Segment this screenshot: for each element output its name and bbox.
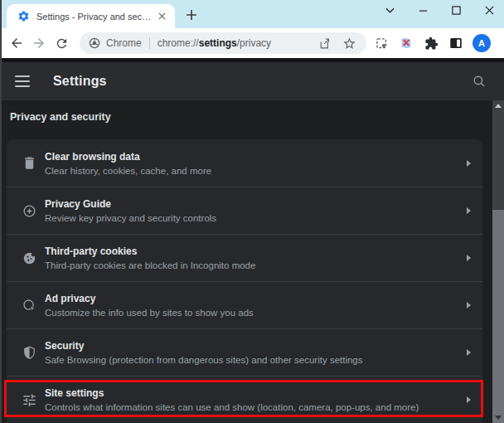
settings-header: Settings: [0, 62, 504, 100]
row-title: Security: [45, 340, 460, 352]
page-title: Settings: [53, 74, 107, 89]
tab-strip: Settings - Privacy and security: [0, 0, 504, 28]
omnibox-url: chrome://settings/privacy: [158, 37, 271, 49]
tab-close-icon[interactable]: [155, 10, 168, 23]
omnibox-separator: [149, 37, 150, 49]
window-left-edge: [0, 0, 2, 423]
browser-window: Settings - Privacy and security: [0, 0, 504, 423]
scrollbar[interactable]: [492, 100, 504, 423]
row-title: Third-party cookies: [45, 246, 460, 257]
row-clear-browsing-data[interactable]: Clear browsing data Clear history, cooki…: [7, 139, 482, 187]
ad-privacy-icon: [7, 298, 45, 314]
menu-kebab-icon[interactable]: [499, 35, 504, 51]
arrow-right-icon: [467, 396, 471, 403]
arrow-right-icon: [467, 302, 471, 309]
scrollbar-up-arrow-icon[interactable]: [495, 104, 502, 108]
browser-toolbar: Chrome chrome://settings/privacy: [0, 28, 504, 58]
minimize-icon[interactable]: [416, 3, 429, 17]
search-icon[interactable]: [472, 74, 487, 89]
tab-settings[interactable]: Settings - Privacy and security: [7, 4, 175, 28]
trash-icon: [7, 155, 45, 171]
close-window-icon[interactable]: [482, 3, 496, 17]
reload-icon[interactable]: [51, 32, 72, 54]
extensions-puzzle-icon[interactable]: [423, 35, 439, 51]
capture-extension-icon[interactable]: [373, 35, 390, 51]
row-title: Site settings: [45, 387, 460, 399]
row-site-settings[interactable]: Site settings Controls what information …: [7, 376, 482, 423]
scrollbar-thumb[interactable]: [492, 210, 504, 423]
row-title: Ad privacy: [45, 293, 460, 304]
row-subtitle: Review key privacy and security controls: [45, 213, 460, 223]
window-controls: [383, 3, 496, 17]
row-third-party-cookies[interactable]: Third-party cookies Third-party cookies …: [7, 234, 482, 281]
new-tab-button[interactable]: [184, 7, 198, 22]
arrow-right-icon: [467, 349, 471, 356]
maximize-icon[interactable]: [449, 3, 463, 17]
side-panel-icon[interactable]: [448, 35, 464, 51]
section-title: Privacy and security: [10, 111, 111, 123]
row-subtitle: Controls what information sites can use …: [45, 402, 460, 412]
arrow-right-icon: [467, 207, 471, 214]
hamburger-menu-icon[interactable]: [15, 75, 30, 87]
row-subtitle: Third-party cookies are blocked in Incog…: [45, 260, 460, 270]
toolbar-extensions-area: A: [373, 34, 504, 52]
omnibox[interactable]: Chrome chrome://settings/privacy: [80, 32, 366, 54]
chrome-logo-icon: [88, 36, 101, 50]
site-settings-icon: [7, 392, 45, 408]
row-subtitle: Clear history, cookies, cache, and more: [45, 166, 460, 176]
scrollbar-down-arrow-icon[interactable]: [495, 416, 502, 420]
row-subtitle: Customize the info used by sites to show…: [45, 308, 460, 318]
settings-page: Settings Privacy and security Clear brow…: [0, 58, 504, 423]
cookie-icon: [7, 250, 45, 266]
row-subtitle: Safe Browsing (protection from dangerous…: [45, 355, 460, 365]
colored-extension-icon[interactable]: [398, 35, 414, 51]
share-icon[interactable]: [317, 36, 332, 51]
bookmark-star-icon[interactable]: [342, 36, 356, 51]
row-title: Privacy Guide: [45, 198, 460, 210]
back-icon[interactable]: [6, 32, 27, 54]
row-privacy-guide[interactable]: Privacy Guide Review key privacy and sec…: [7, 187, 482, 234]
privacy-settings-card: Clear browsing data Clear history, cooki…: [7, 139, 482, 423]
chevron-down-icon[interactable]: [383, 3, 396, 17]
row-title: Clear browsing data: [45, 151, 460, 163]
row-ad-privacy[interactable]: Ad privacy Customize the info used by si…: [7, 281, 482, 328]
security-shield-icon: [7, 345, 45, 361]
arrow-right-icon: [467, 255, 471, 261]
settings-gear-icon: [17, 10, 30, 22]
tab-title: Settings - Privacy and security: [36, 12, 155, 22]
privacy-guide-icon: [7, 203, 45, 219]
profile-avatar[interactable]: A: [472, 34, 491, 52]
arrow-right-icon: [467, 160, 471, 167]
forward-icon[interactable]: [28, 32, 50, 54]
omnibox-site-label: Chrome: [106, 37, 142, 49]
row-security[interactable]: Security Safe Browsing (protection from …: [7, 328, 482, 376]
